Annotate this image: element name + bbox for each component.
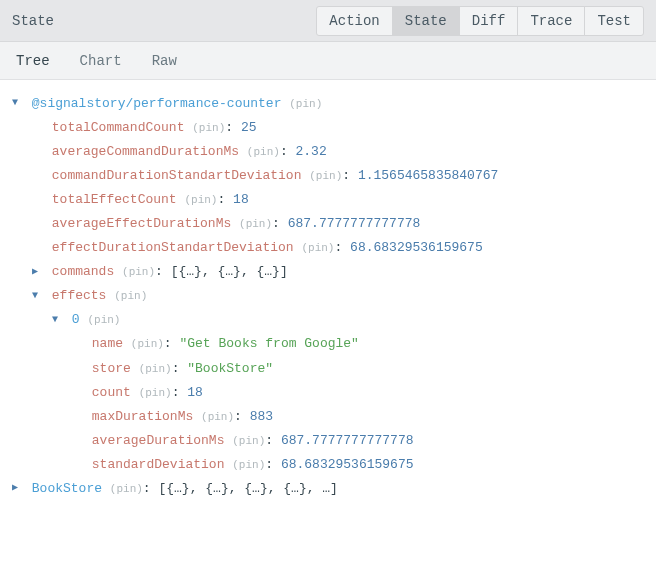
tree-key: standardDeviation [92, 457, 225, 472]
tree-key: effects [52, 288, 107, 303]
tree-row[interactable]: averageDurationMs (pin): 687.77777777777… [8, 429, 648, 453]
expand-arrow-icon[interactable]: ▼ [32, 287, 44, 306]
state-tree: ▼ @signalstory/performance-counter (pin)… [0, 80, 656, 513]
pin-label[interactable]: (pin) [131, 338, 164, 350]
expand-arrow-icon[interactable]: ▼ [12, 94, 24, 113]
tree-key: totalCommandCount [52, 120, 185, 135]
tree-key: 0 [72, 312, 80, 327]
tab-trace[interactable]: Trace [517, 6, 585, 36]
tab-state[interactable]: State [392, 6, 460, 36]
tree-key: store [92, 361, 131, 376]
tree-value: 1.1565465835840767 [358, 168, 498, 183]
pin-label[interactable]: (pin) [122, 266, 155, 278]
tree-value: 68.68329536159675 [350, 240, 483, 255]
tree-preview: [{…}, {…}, {…}] [171, 264, 288, 279]
panel-header: State Action State Diff Trace Test [0, 0, 656, 42]
tree-row[interactable]: name (pin): "Get Books from Google" [8, 332, 648, 356]
tree-key: averageEffectDurationMs [52, 216, 231, 231]
tree-row[interactable]: maxDurationMs (pin): 883 [8, 405, 648, 429]
tree-value: 68.68329536159675 [281, 457, 414, 472]
pin-label[interactable]: (pin) [110, 483, 143, 495]
tree-key: @signalstory/performance-counter [32, 96, 282, 111]
pin-label[interactable]: (pin) [139, 387, 172, 399]
tree-row[interactable]: totalCommandCount (pin): 25 [8, 116, 648, 140]
subtab-raw[interactable]: Raw [148, 45, 181, 77]
tree-value: 687.7777777777778 [281, 433, 414, 448]
pin-label[interactable]: (pin) [232, 435, 265, 447]
tree-row[interactable]: commandDurationStandartDeviation (pin): … [8, 164, 648, 188]
tree-row-bookstore[interactable]: ▶ BookStore (pin): [{…}, {…}, {…}, {…}, … [8, 477, 648, 501]
tree-value: 883 [250, 409, 273, 424]
tree-key: effectDurationStandartDeviation [52, 240, 294, 255]
tree-row[interactable]: averageCommandDurationMs (pin): 2.32 [8, 140, 648, 164]
subtab-tree[interactable]: Tree [12, 45, 54, 77]
tree-row[interactable]: store (pin): "BookStore" [8, 357, 648, 381]
tree-row-effects[interactable]: ▼ effects (pin) [8, 284, 648, 308]
tree-key: commandDurationStandartDeviation [52, 168, 302, 183]
pin-label[interactable]: (pin) [301, 242, 334, 254]
tree-value: "BookStore" [187, 361, 273, 376]
tree-row[interactable]: effectDurationStandartDeviation (pin): 6… [8, 236, 648, 260]
tree-value: "Get Books from Google" [179, 336, 358, 351]
tree-key: averageCommandDurationMs [52, 144, 239, 159]
subheader: Tree Chart Raw [0, 42, 656, 80]
tree-value: 2.32 [295, 144, 326, 159]
tree-row[interactable]: standardDeviation (pin): 68.683295361596… [8, 453, 648, 477]
tree-row[interactable]: totalEffectCount (pin): 18 [8, 188, 648, 212]
pin-label[interactable]: (pin) [87, 314, 120, 326]
pin-label[interactable]: (pin) [289, 98, 322, 110]
collapse-arrow-icon[interactable]: ▶ [12, 479, 24, 498]
tree-key: maxDurationMs [92, 409, 193, 424]
pin-label[interactable]: (pin) [247, 146, 280, 158]
header-tabs: Action State Diff Trace Test [317, 6, 644, 36]
pin-label[interactable]: (pin) [114, 290, 147, 302]
pin-label[interactable]: (pin) [139, 363, 172, 375]
subtab-chart[interactable]: Chart [76, 45, 126, 77]
tab-action[interactable]: Action [316, 6, 392, 36]
tree-value: 18 [187, 385, 203, 400]
pin-label[interactable]: (pin) [309, 170, 342, 182]
pin-label[interactable]: (pin) [184, 194, 217, 206]
tree-key: count [92, 385, 131, 400]
tree-row[interactable]: averageEffectDurationMs (pin): 687.77777… [8, 212, 648, 236]
tab-diff[interactable]: Diff [459, 6, 519, 36]
tree-value: 18 [233, 192, 249, 207]
tree-key: name [92, 336, 123, 351]
tree-key: commands [52, 264, 114, 279]
tree-row[interactable]: count (pin): 18 [8, 381, 648, 405]
panel-title: State [12, 13, 317, 29]
tree-key: BookStore [32, 481, 102, 496]
tree-row-commands[interactable]: ▶ commands (pin): [{…}, {…}, {…}] [8, 260, 648, 284]
tree-row-effects-0[interactable]: ▼ 0 (pin) [8, 308, 648, 332]
tree-row-root[interactable]: ▼ @signalstory/performance-counter (pin) [8, 92, 648, 116]
tab-test[interactable]: Test [584, 6, 644, 36]
tree-key: totalEffectCount [52, 192, 177, 207]
tree-preview: [{…}, {…}, {…}, {…}, …] [158, 481, 337, 496]
expand-arrow-icon[interactable]: ▼ [52, 311, 64, 330]
tree-key: averageDurationMs [92, 433, 225, 448]
pin-label[interactable]: (pin) [232, 459, 265, 471]
tree-value: 25 [241, 120, 257, 135]
collapse-arrow-icon[interactable]: ▶ [32, 263, 44, 282]
tree-value: 687.7777777777778 [288, 216, 421, 231]
pin-label[interactable]: (pin) [239, 218, 272, 230]
pin-label[interactable]: (pin) [201, 411, 234, 423]
pin-label[interactable]: (pin) [192, 122, 225, 134]
